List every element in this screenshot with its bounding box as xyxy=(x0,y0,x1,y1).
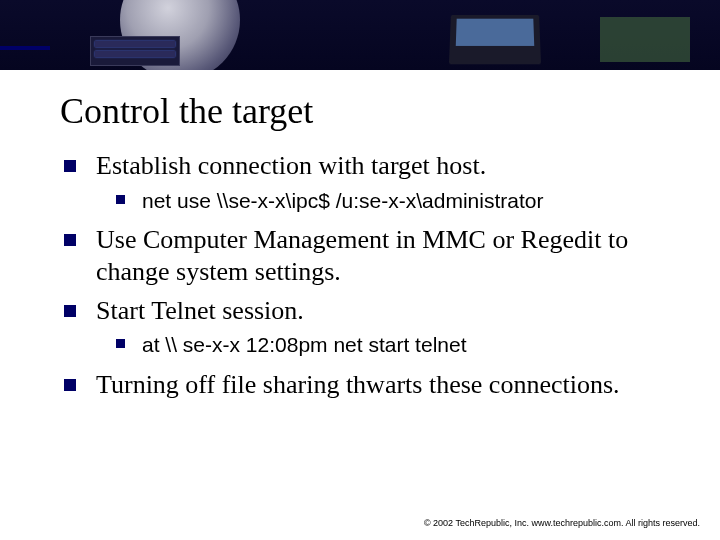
bullet-item: Use Computer Management in MMC or Regedi… xyxy=(88,224,660,289)
sub-bullet-text: at \\ se-x-x 12:08pm net start telnet xyxy=(142,333,467,356)
bullet-item: Establish connection with target host. n… xyxy=(88,150,660,214)
header-banner xyxy=(0,0,720,70)
sub-bullet-list: net use \\se-x-x\ipc$ /u:se-x-x\administ… xyxy=(96,187,660,214)
slide-content: Control the target Establish connection … xyxy=(0,70,720,401)
sub-bullet-item: net use \\se-x-x\ipc$ /u:se-x-x\administ… xyxy=(136,187,660,214)
bullet-text: Turning off file sharing thwarts these c… xyxy=(96,370,620,399)
server-rack-graphic xyxy=(90,36,180,66)
sub-bullet-list: at \\ se-x-x 12:08pm net start telnet xyxy=(96,331,660,358)
circuit-board-graphic xyxy=(600,17,690,62)
bullet-item: Turning off file sharing thwarts these c… xyxy=(88,369,660,402)
bullet-list: Establish connection with target host. n… xyxy=(60,150,660,401)
sub-bullet-item: at \\ se-x-x 12:08pm net start telnet xyxy=(136,331,660,358)
bullet-text: Start Telnet session. xyxy=(96,296,304,325)
bullet-item: Start Telnet session. at \\ se-x-x 12:08… xyxy=(88,295,660,359)
bullet-text: Establish connection with target host. xyxy=(96,151,486,180)
bullet-text: Use Computer Management in MMC or Regedi… xyxy=(96,225,628,287)
slide-title: Control the target xyxy=(60,90,660,132)
accent-line xyxy=(0,46,50,50)
copyright-footer: © 2002 TechRepublic, Inc. www.techrepubl… xyxy=(424,518,700,528)
sub-bullet-text: net use \\se-x-x\ipc$ /u:se-x-x\administ… xyxy=(142,189,543,212)
laptop-graphic xyxy=(449,15,541,64)
